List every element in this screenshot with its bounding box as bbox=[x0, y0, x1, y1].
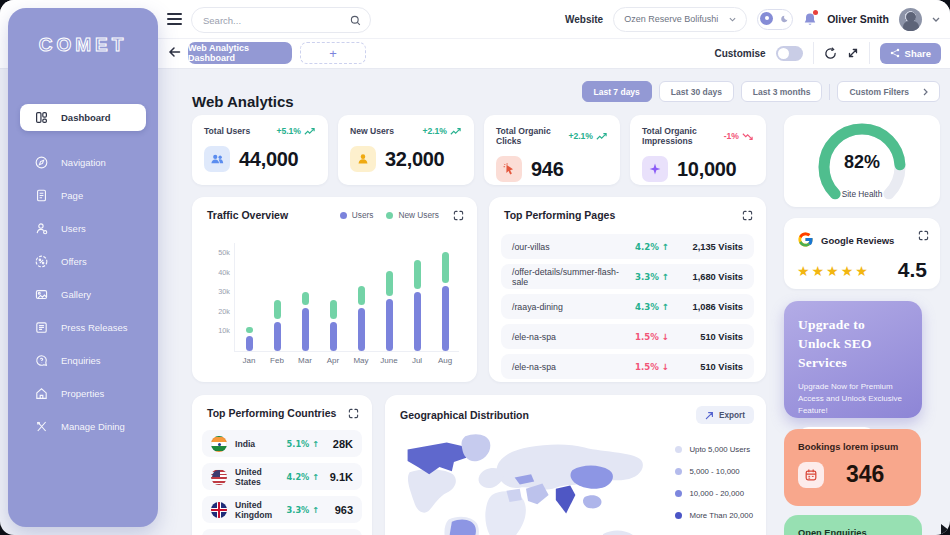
share-label: Share bbox=[905, 48, 931, 59]
map-australia bbox=[602, 530, 638, 535]
map-europe bbox=[479, 468, 504, 488]
filter-last-7-days[interactable]: Last 7 days bbox=[582, 81, 652, 102]
notifications-bell-icon[interactable] bbox=[803, 12, 817, 27]
tab-web-analytics-dashboard[interactable]: Web Analytics Dashboard bbox=[188, 42, 292, 64]
kpi-delta: -1% bbox=[724, 131, 754, 141]
theme-toggle[interactable] bbox=[757, 9, 793, 30]
divider bbox=[829, 84, 830, 100]
app-root: Website Ozen Reserve Bolifushi Oliver Sm… bbox=[0, 0, 950, 535]
bookings-card: Bookings lorem ipsum 346 bbox=[784, 429, 921, 506]
page-visits: 510 Visits bbox=[681, 332, 743, 342]
refresh-icon[interactable] bbox=[824, 47, 837, 60]
page-row: /ele-na-spa 1.5% ↓ 510 Visits bbox=[501, 324, 754, 349]
resize-icon[interactable] bbox=[847, 47, 859, 59]
sun-icon bbox=[760, 12, 773, 25]
filter-last-3-months[interactable]: Last 3 months bbox=[741, 81, 823, 102]
x-axis-label: June bbox=[375, 356, 403, 365]
bar-users bbox=[358, 308, 365, 351]
trend-down-icon bbox=[742, 132, 754, 141]
legend-dot bbox=[675, 512, 682, 519]
customise-toggle[interactable] bbox=[776, 46, 803, 61]
export-icon bbox=[705, 411, 714, 420]
legend-dot bbox=[675, 490, 682, 497]
sidebar-item-offers[interactable]: Offers bbox=[8, 248, 158, 275]
menu-icon[interactable] bbox=[167, 13, 182, 25]
page-visits: 510 Visits bbox=[681, 362, 743, 372]
expand-icon[interactable] bbox=[918, 230, 929, 241]
x-axis-label: Apr bbox=[319, 356, 347, 365]
filter-last-30-days[interactable]: Last 30 days bbox=[659, 81, 734, 102]
kpi-card-total-organic-clicks: Total Organic Clicks +2.1% 946 bbox=[484, 115, 620, 185]
kpi-card-total-organic-impressions: Total Organic Impressions -1% 10,000 bbox=[630, 115, 766, 185]
sidebar-item-users[interactable]: Users bbox=[8, 215, 158, 242]
trend-up-icon bbox=[450, 127, 462, 136]
kpi-card-total-users: Total Users +5.1% 44,000 bbox=[192, 115, 328, 185]
dashboard-icon bbox=[34, 110, 49, 125]
x-axis-label: Feb bbox=[263, 356, 291, 365]
sidebar-item-page[interactable]: Page bbox=[8, 182, 158, 209]
site-health-label: Site Health bbox=[784, 189, 940, 199]
avatar[interactable] bbox=[899, 8, 922, 31]
bar-users bbox=[386, 299, 393, 351]
kpi-value: 946 bbox=[531, 158, 563, 181]
expand-icon[interactable] bbox=[742, 210, 753, 221]
sidebar-item-navigation[interactable]: Navigation bbox=[8, 149, 158, 176]
search-input[interactable] bbox=[201, 14, 344, 27]
sidebar-item-label: Dashboard bbox=[61, 112, 111, 123]
user-icon bbox=[34, 221, 49, 236]
country-value: 9.1K bbox=[327, 471, 353, 483]
sidebar-item-gallery[interactable]: Gallery bbox=[8, 281, 158, 308]
sidebar-item-enquiries[interactable]: Enquiries bbox=[8, 347, 158, 374]
custom-filters-button[interactable]: Custom Filters bbox=[837, 81, 940, 102]
reviews-title: Google Reviews bbox=[821, 235, 894, 246]
card-title: Traffic Overview bbox=[207, 209, 288, 221]
legend-dot bbox=[340, 212, 347, 219]
user-menu-chevron-icon[interactable] bbox=[932, 17, 940, 22]
sidebar-item-label: Properties bbox=[61, 388, 104, 399]
clicks-icon bbox=[496, 156, 522, 182]
country-value: 28K bbox=[327, 438, 353, 450]
search-box[interactable] bbox=[191, 7, 371, 33]
site-health-value: 82% bbox=[784, 152, 940, 173]
sidebar-item-label: Offers bbox=[61, 256, 87, 267]
customise-label: Customise bbox=[714, 48, 765, 59]
back-button[interactable] bbox=[168, 46, 181, 58]
sidebar-item-press-releases[interactable]: Press Releases bbox=[8, 314, 158, 341]
export-button[interactable]: Export bbox=[696, 406, 754, 424]
top-countries-card: Top Performing Countries India 5.1% ↑ 28… bbox=[192, 395, 372, 535]
expand-icon[interactable] bbox=[453, 210, 464, 221]
x-axis-label: Jan bbox=[235, 356, 263, 365]
kpi-label: New Users bbox=[350, 126, 394, 136]
us-flag bbox=[211, 469, 227, 485]
page-delta: 4.3% ↑ bbox=[635, 302, 669, 312]
sidebar-item-properties[interactable]: Properties bbox=[8, 380, 158, 407]
legend-dot bbox=[675, 446, 682, 453]
x-axis-label: May bbox=[347, 356, 375, 365]
page-visits: 2,135 Visits bbox=[681, 242, 743, 252]
legend-new-users: New Users bbox=[386, 210, 439, 220]
y-axis-tick: 50k bbox=[206, 248, 230, 257]
y-axis-tick: 40k bbox=[206, 268, 230, 277]
add-tab-button[interactable]: + bbox=[300, 42, 366, 64]
expand-icon[interactable] bbox=[348, 408, 359, 419]
kpi-row: Total Users +5.1% 44,000 New Users +2.1%… bbox=[192, 115, 766, 185]
kpi-delta: +5.1% bbox=[276, 126, 316, 136]
traffic-overview-card: Traffic Overview UsersNew Users 10k20k30… bbox=[192, 197, 477, 382]
legend-users: Users bbox=[340, 210, 374, 220]
website-select[interactable]: Ozen Reserve Bolifushi bbox=[613, 7, 747, 32]
map-north-america bbox=[408, 469, 456, 512]
share-button[interactable]: Share bbox=[880, 43, 941, 64]
page-path: /offer-details/summer-flash-sale bbox=[512, 267, 635, 287]
bar-new-users bbox=[330, 300, 337, 319]
bar-new-users bbox=[274, 300, 281, 319]
bar-new-users bbox=[246, 327, 253, 334]
sidebar-item-manage-dining[interactable]: Manage Dining bbox=[8, 413, 158, 440]
country-delta: 3.3% ↑ bbox=[287, 505, 319, 515]
bookings-value: 346 bbox=[846, 461, 884, 488]
impressions-icon bbox=[642, 156, 668, 182]
sidebar-item-dashboard[interactable]: Dashboard bbox=[20, 104, 146, 131]
offers-icon bbox=[34, 254, 49, 269]
sidebar-nav: Dashboard Navigation Page Users Offers G… bbox=[8, 104, 158, 446]
topbar-right: Website Ozen Reserve Bolifushi Oliver Sm… bbox=[565, 0, 940, 38]
x-axis-label: Jul bbox=[403, 356, 431, 365]
